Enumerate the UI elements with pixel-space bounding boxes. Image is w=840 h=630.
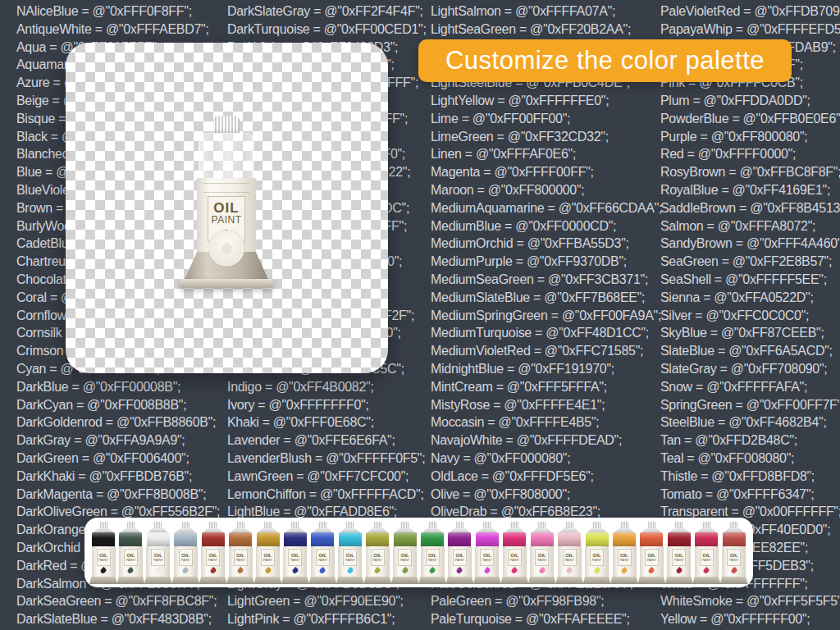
tube-body: OILPAINT [366,546,390,577]
palette-tube-crimson[interactable]: OILPAINT [693,522,719,584]
tube-label: OILPAINT [727,549,741,566]
palette-tube-yellow-green[interactable]: OILPAINT [584,522,610,584]
color-code-line: Lavender = @"0xFFE6E6FA"; [227,431,465,450]
color-code-line: Olive = @"0xFF808000"; [431,486,662,504]
tube-paint-color-band [695,532,718,546]
tube-cap [510,522,519,528]
color-code-line: Tomato = @"0xFFFF6347"; [660,486,840,504]
color-code-line: MediumAquamarine = @"0xFF66CDAA"; [431,199,662,217]
tube-cap [208,522,217,528]
palette-tube-deep-pink[interactable]: OILPAINT [501,522,527,584]
tube-base [226,577,254,584]
palette-tube-firebrick[interactable]: OILPAINT [200,522,226,584]
tube-cap [565,522,574,528]
palette-tube-dark-slate-gray[interactable]: OILPAINT [117,522,144,584]
tube-cap [263,522,272,528]
palette-tube-dark-goldenrod[interactable]: OILPAINT [255,522,281,584]
tube-cap [290,522,299,528]
tube-paint-color-band [202,532,225,546]
color-code-line: DarkMagenta = @"0xFF8B008B"; [16,486,231,504]
color-code-line: RoyalBlue = @"0xFF4169E1"; [660,181,840,199]
palette-tube-purple[interactable]: OILPAINT [446,522,472,584]
color-code-line: Yellow = @"0xFFFFFF00"; [660,610,840,628]
paint-drop-icon [374,567,381,574]
tube-base [637,577,665,584]
tube-body: OILPAINT [448,546,472,577]
tube-label: OILPAINT [563,549,577,566]
palette-tube-black[interactable]: OILPAINT [90,522,116,584]
tube-body: OILPAINT [201,546,225,577]
tube-label: OILPAINT [480,549,494,566]
tube-label: OILPAINT [618,549,632,566]
tube-label: OILPAINT [316,549,330,566]
palette-tube-dark-khaki[interactable]: OILPAINT [364,522,390,584]
palette-tube-forest-green[interactable]: OILPAINT [419,522,445,584]
tube-cap [729,522,738,528]
palette-tube-tomato[interactable]: OILPAINT [638,522,664,584]
tube-base [89,577,117,584]
paint-drop-icon [346,567,354,574]
color-code-line: DarkGreen = @"0xFF006400"; [16,450,231,468]
palette-tube-royal-blue[interactable]: OILPAINT [309,522,336,584]
color-code-line: LemonChiffon = @"0xFFFFFACD"; [227,486,465,504]
palette-tube-indian-red[interactable]: OILPAINT [721,522,747,584]
paint-drop-icon [237,567,244,574]
tube-base [116,577,144,584]
palette-tube-light-steel-blue[interactable]: OILPAINT [172,522,199,584]
palette-tube-hot-pink[interactable]: OILPAINT [529,522,555,584]
color-code-line: RosyBrown = @"0xFFBC8F8F"; [660,163,840,181]
color-code-line: DarkBlue = @"0xFF00008B"; [16,378,231,396]
color-code-line: DarkSlateBlue = @"0xFF483D8B"; [16,610,231,628]
tube-label: OILPAINT [453,549,467,566]
color-code-line: PowderBlue = @"0xFFB0E0E6"; [660,110,840,128]
color-code-line: MediumOrchid = @"0xFFBA55D3"; [431,235,662,253]
color-code-line: PaleGreen = @"0xFF98FB98"; [431,592,662,610]
palette-tube-orange[interactable]: OILPAINT [611,522,637,584]
palette-tube-dark-turquoise[interactable]: OILPAINT [337,522,363,584]
palette-tube-magenta[interactable]: OILPAINT [474,522,500,584]
tube-label: OILPAINT [343,549,357,566]
color-code-line: Purple = @"0xFF800080"; [660,128,840,146]
palette-tube-dark-red[interactable]: OILPAINT [666,522,692,584]
palette-tube-olive-drab[interactable]: OILPAINT [392,522,418,584]
palette-tube-navy[interactable]: OILPAINT [282,522,308,584]
color-code-line: NavajoWhite = @"0xFFFFDEAD"; [431,431,662,450]
paint-drop-icon [703,567,710,574]
paint-drop-icon [675,567,682,574]
tube-cap [153,522,162,528]
tube-body: OILPAINT [421,546,445,577]
tube-paint-color-band [92,532,115,546]
color-code-line: SlateBlue = @"0xFF6A5ACD"; [660,342,840,360]
tube-paint-color-band [339,532,362,546]
color-code-line: Thistle = @"0xFFD8BFD8"; [660,468,840,486]
color-code-line: LightGreen = @"0xFF90EE90"; [227,592,465,610]
tube-paint-color-band [284,532,307,546]
color-code-line: SaddleBrown = @"0xFF8B4513"; [660,199,840,217]
paint-drop-icon [401,567,409,574]
palette-tube-pink[interactable]: OILPAINT [556,522,582,584]
color-code-line: SeaGreen = @"0xFF2E8B57"; [660,253,840,271]
tube-base [583,577,611,584]
paint-drop-icon [219,241,234,256]
tube-cap [537,522,546,528]
palette-tube-sienna[interactable]: OILPAINT [227,522,253,584]
tube-paint-color-band [448,532,471,546]
tube-label: OILPAINT [672,549,686,566]
color-code-line: LightSalmon = @"0xFFFFA07A"; [431,2,662,21]
tube-base [391,577,419,584]
tube-base [473,577,501,584]
tube-paint-color-band [668,532,691,546]
color-code-line: Sienna = @"0xFFA0522D"; [660,289,840,307]
tube-paint-color-band [640,532,663,546]
tube-emblem-circle [208,231,244,267]
tube-body: OILPAINT [585,546,609,577]
tube-label: OILPAINT [508,549,522,566]
palette-tube-white[interactable]: OILPAINT [145,522,171,584]
tube-base [171,577,199,584]
color-code-line: OldLace = @"0xFFFDF5E6"; [431,468,662,486]
tube-paint-color-band [558,532,581,546]
color-code-line: Plum = @"0xFFDDA0DD"; [660,92,840,110]
color-code-line: MediumPurple = @"0xFF9370DB"; [431,253,662,271]
color-code-line: Lime = @"0xFF00FF00"; [431,110,662,128]
tube-label: OILPAINT [288,549,302,566]
